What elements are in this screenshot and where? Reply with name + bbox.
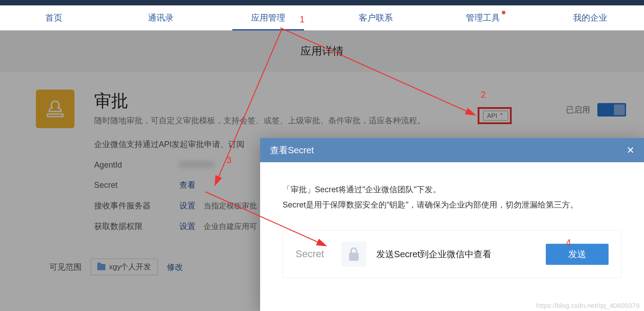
data-permission-text: 企业自建应用可 xyxy=(204,221,257,232)
page-title: 应用详情 xyxy=(0,30,644,72)
svg-rect-0 xyxy=(48,114,63,117)
visible-range-label: 可见范围 xyxy=(49,262,82,272)
secret-box-label: Secret xyxy=(296,245,324,263)
secret-label: Secret xyxy=(94,181,179,190)
event-server-text: 当指定模板审批 xyxy=(204,201,257,211)
secret-send-box: Secret 发送Secret到企业微信中查看 发送 xyxy=(283,230,622,278)
folder-icon xyxy=(97,264,105,270)
nav-tools[interactable]: 管理工具 xyxy=(429,5,536,30)
enable-toggle[interactable] xyxy=(597,103,626,117)
secret-modal: 查看Secret × 「审批」Secret将通过"企业微信团队"下发。 Secr… xyxy=(260,138,644,311)
nav-home[interactable]: 首页 xyxy=(0,5,107,30)
nav-apps[interactable]: 应用管理 xyxy=(215,5,322,30)
send-button[interactable]: 发送 xyxy=(546,244,609,265)
modal-line2: Secret是用于保障数据安全的"钥匙"，请确保为企业内部使用，切勿泄漏给第三方… xyxy=(283,197,622,212)
data-permission-label: 获取数据权限 xyxy=(94,221,179,232)
data-permission-link[interactable]: 设置 xyxy=(179,221,196,232)
notification-dot-icon xyxy=(502,11,505,14)
modal-line1: 「审批」Secret将通过"企业微信团队"下发。 xyxy=(283,182,622,197)
api-button-highlight: API ⌃ xyxy=(478,107,512,124)
modal-body: 「审批」Secret将通过"企业微信团队"下发。 Secret是用于保障数据安全… xyxy=(260,162,644,298)
app-name: 审批 xyxy=(94,90,608,112)
close-icon[interactable]: × xyxy=(627,144,634,156)
modal-header: 查看Secret × xyxy=(260,138,644,162)
visible-range-modify[interactable]: 修改 xyxy=(167,262,183,272)
nav-tools-label: 管理工具 xyxy=(466,13,500,22)
nav-customer[interactable]: 客户联系 xyxy=(322,5,429,30)
app-header: 审批 随时随地审批，可自定义审批模板，支持会签、或签、上级审批、条件审批，适应各… xyxy=(94,90,608,126)
app-stamp-icon xyxy=(36,90,74,128)
nav-contacts[interactable]: 通讯录 xyxy=(107,5,214,30)
main-navbar: 首页 通讯录 应用管理 客户联系 管理工具 我的企业 xyxy=(0,5,644,30)
api-button[interactable]: API ⌃ xyxy=(483,111,508,121)
event-server-link[interactable]: 设置 xyxy=(179,200,196,211)
app-description: 随时随地审批，可自定义审批模板，支持会签、或签、上级审批、条件审批，适应各种流程… xyxy=(94,115,608,126)
visible-range-tag[interactable]: xgy个人开发 xyxy=(91,259,158,275)
secret-send-text: 发送Secret到企业微信中查看 xyxy=(376,246,546,263)
modal-title: 查看Secret xyxy=(270,144,314,156)
visible-range-tag-text: xgy个人开发 xyxy=(109,262,151,272)
top-strip xyxy=(0,0,644,5)
status-label: 已启用 xyxy=(566,104,590,115)
nav-my-enterprise[interactable]: 我的企业 xyxy=(537,5,644,30)
status-block: 已启用 xyxy=(566,103,626,117)
secret-view-link[interactable]: 查看 xyxy=(179,180,196,190)
event-server-label: 接收事件服务器 xyxy=(94,200,179,211)
agentid-label: AgentId xyxy=(94,160,179,170)
agentid-value: XXXXXX xyxy=(179,160,214,170)
lock-icon xyxy=(341,242,366,267)
